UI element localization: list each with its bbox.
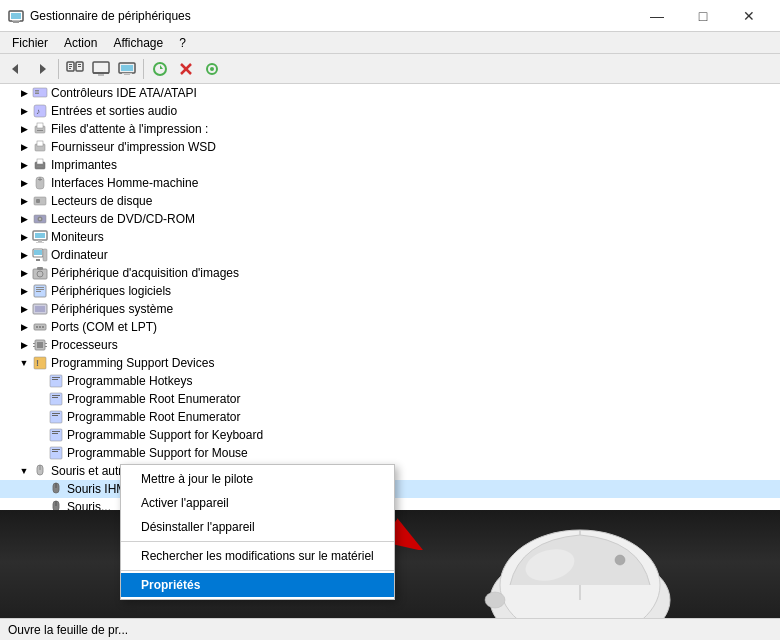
cpu-icon: [32, 337, 48, 353]
tree-item-disk[interactable]: ▶ Lecteurs de disque: [0, 192, 780, 210]
properties-button[interactable]: [63, 57, 87, 81]
svg-point-46: [39, 218, 41, 220]
tree-item-soft[interactable]: ▶ Périphériques logiciels: [0, 282, 780, 300]
svg-rect-8: [69, 66, 72, 67]
tree-item-sys[interactable]: ▶ Périphériques système: [0, 300, 780, 318]
svg-rect-3: [12, 20, 20, 21]
close-button[interactable]: ✕: [726, 0, 772, 32]
svg-rect-27: [35, 90, 39, 92]
menu-action[interactable]: Action: [56, 34, 105, 52]
menu-help[interactable]: ?: [171, 34, 194, 52]
expand-icon: ▶: [16, 268, 32, 278]
svg-rect-79: [50, 393, 62, 405]
context-update-driver[interactable]: Mettre à jour le pilote: [121, 467, 394, 491]
menu-affichage[interactable]: Affichage: [105, 34, 171, 52]
tree-label: Ports (COM et LPT): [51, 320, 157, 334]
svg-rect-80: [52, 395, 60, 396]
svg-rect-85: [50, 429, 62, 441]
mouse-child-icon: [48, 481, 64, 497]
svg-rect-69: [37, 342, 43, 348]
status-text: Ouvre la feuille de pr...: [8, 623, 128, 637]
tree-item-imaging[interactable]: ▶ Périphérique d'acquisition d'images: [0, 264, 780, 282]
svg-rect-72: [45, 343, 47, 344]
tree-item-ide[interactable]: ▶ Contrôleurs IDE ATA/ATAPI: [0, 84, 780, 102]
tree-item-wsd[interactable]: ▶ Fournisseur d'impression WSD: [0, 138, 780, 156]
svg-rect-1: [11, 13, 21, 19]
tree-label: Fournisseur d'impression WSD: [51, 140, 216, 154]
svg-text:♪: ♪: [36, 107, 40, 116]
update-button[interactable]: [89, 57, 113, 81]
tree-item-cpu[interactable]: ▶ Processeurs: [0, 336, 780, 354]
svg-rect-73: [45, 346, 47, 347]
tree-item-psd[interactable]: ▼ ! Programming Support Devices: [0, 354, 780, 372]
mouse-group-icon: [32, 463, 48, 479]
tree-item-root-enum-1[interactable]: Programmable Root Enumerator: [0, 390, 780, 408]
tree-label: Lecteurs de DVD/CD-ROM: [51, 212, 195, 226]
expand-icon: ▶: [16, 304, 32, 314]
svg-rect-87: [52, 433, 58, 434]
svg-rect-59: [36, 287, 44, 288]
svg-rect-76: [50, 375, 62, 387]
tree-label: Contrôleurs IDE ATA/ATAPI: [51, 86, 197, 100]
uninstall-button[interactable]: [174, 57, 198, 81]
tree-label: Programmable Hotkeys: [67, 374, 192, 388]
tree-item-printers[interactable]: ▶ Imprimantes: [0, 156, 780, 174]
svg-point-25: [210, 67, 214, 71]
svg-rect-89: [52, 449, 60, 450]
tree-item-mouse-prog[interactable]: Programmable Support for Mouse: [0, 444, 780, 462]
context-scan-hardware[interactable]: Rechercher les modifications sur le maté…: [121, 544, 394, 568]
maximize-button[interactable]: □: [680, 0, 726, 32]
psd-child-icon: [48, 445, 64, 461]
computer-button[interactable]: [115, 57, 139, 81]
psd-icon: !: [32, 355, 48, 371]
hid-icon: [32, 175, 48, 191]
context-uninstall-device[interactable]: Désinstaller l'appareil: [121, 515, 394, 539]
tree-item-dvd[interactable]: ▶ Lecteurs de DVD/CD-ROM: [0, 210, 780, 228]
disk-icon: [32, 193, 48, 209]
tree-item-ports[interactable]: ▶ Ports (COM et LPT): [0, 318, 780, 336]
tree-item-hotkeys[interactable]: Programmable Hotkeys: [0, 372, 780, 390]
forward-button[interactable]: [30, 57, 54, 81]
context-properties[interactable]: Propriétés: [121, 573, 394, 597]
tree-item-print-queue[interactable]: ▶ Files d'attente à l'impression :: [0, 120, 780, 138]
svg-marker-4: [12, 64, 18, 74]
show-button[interactable]: [148, 57, 172, 81]
back-button[interactable]: [4, 57, 28, 81]
tree-item-keyboard[interactable]: Programmable Support for Keyboard: [0, 426, 780, 444]
svg-rect-77: [52, 377, 60, 378]
scan-button[interactable]: [200, 57, 224, 81]
expand-icon: ▼: [16, 466, 32, 476]
context-sep-2: [121, 570, 394, 571]
svg-rect-88: [50, 447, 62, 459]
tree-label: Souris IHM: [67, 482, 126, 496]
port-icon: [32, 319, 48, 335]
tree-label: Ordinateur: [51, 248, 108, 262]
svg-rect-65: [36, 326, 38, 328]
svg-marker-5: [40, 64, 46, 74]
tree-item-monitors[interactable]: ▶ Moniteurs: [0, 228, 780, 246]
psd-child-icon: [48, 409, 64, 425]
toolbar-sep-1: [58, 59, 59, 79]
svg-rect-83: [52, 413, 60, 414]
toolbar-sep-2: [143, 59, 144, 79]
toolbar: [0, 54, 780, 84]
tree-item-audio[interactable]: ▶ ♪ Entrées et sorties audio: [0, 102, 780, 120]
tree-item-root-enum-2[interactable]: Programmable Root Enumerator: [0, 408, 780, 426]
menu-fichier[interactable]: Fichier: [4, 34, 56, 52]
svg-rect-86: [52, 431, 60, 432]
tree-item-hid[interactable]: ▶ Interfaces Homme-machine: [0, 174, 780, 192]
svg-rect-38: [37, 166, 43, 167]
context-enable-device[interactable]: Activer l'appareil: [121, 491, 394, 515]
expand-icon: ▶: [16, 142, 32, 152]
minimize-button[interactable]: —: [634, 0, 680, 32]
svg-rect-35: [37, 141, 43, 146]
expand-icon: ▶: [16, 322, 32, 332]
tree-item-computer[interactable]: ▶ Ordinateur: [0, 246, 780, 264]
tree-label: Périphérique d'acquisition d'images: [51, 266, 239, 280]
svg-rect-67: [42, 326, 44, 328]
expand-icon: ▶: [16, 250, 32, 260]
svg-rect-66: [39, 326, 41, 328]
svg-rect-60: [36, 289, 44, 290]
main-area: ▶ Contrôleurs IDE ATA/ATAPI ▶ ♪ Entrées …: [0, 84, 780, 640]
expand-icon: ▶: [16, 106, 32, 116]
